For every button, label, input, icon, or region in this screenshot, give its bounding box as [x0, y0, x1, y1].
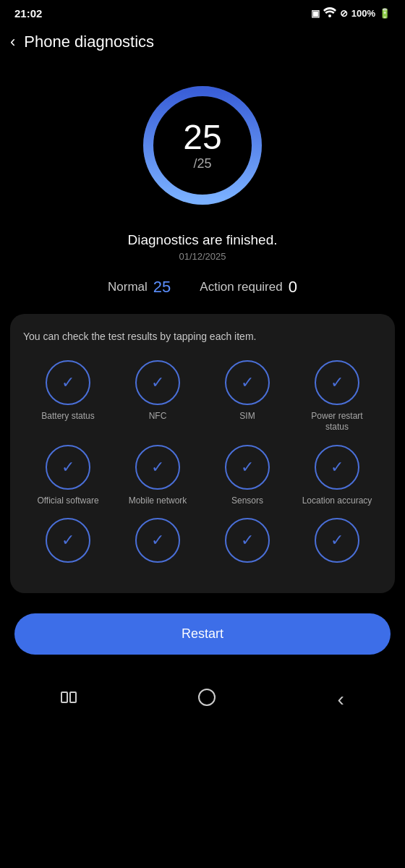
back-button[interactable]: ‹	[10, 33, 15, 51]
extra-item-3[interactable]: ✓	[211, 518, 284, 569]
circle-center: 25 /25	[183, 120, 221, 171]
nav-home-icon[interactable]	[198, 689, 216, 710]
nav-home-circle	[198, 689, 216, 706]
battery-percent: 100%	[351, 8, 375, 19]
sim-label: SIM	[239, 411, 255, 422]
location-accuracy-circle: ✓	[315, 445, 359, 490]
action-stat: Action required 0	[200, 278, 297, 297]
battery-status-circle: ✓	[46, 360, 90, 405]
sim-icon: ▣	[311, 8, 320, 19]
official-software-label: Official software	[37, 495, 98, 507]
extra-check-1: ✓	[61, 532, 74, 548]
circle-total: /25	[183, 156, 221, 171]
power-restart-check: ✓	[331, 375, 344, 391]
extra-circle-4: ✓	[315, 518, 359, 563]
official-software-circle: ✓	[46, 445, 90, 490]
location-accuracy-check: ✓	[331, 459, 344, 475]
extra-check-3: ✓	[241, 532, 254, 548]
location-accuracy-label: Location accuracy	[302, 495, 372, 507]
extra-item-1[interactable]: ✓	[32, 518, 104, 569]
sensors-label: Sensors	[231, 495, 263, 507]
official-software-item[interactable]: ✓ Official software	[32, 445, 104, 507]
svg-rect-2	[70, 692, 76, 702]
nav-back-icon[interactable]	[338, 688, 344, 711]
page-header: ‹ Phone diagnostics	[0, 24, 405, 59]
mobile-network-label: Mobile network	[129, 495, 187, 507]
normal-stat: Normal 25	[108, 278, 171, 297]
extra-check-4: ✓	[331, 532, 344, 548]
battery-status-item[interactable]: ✓ Battery status	[32, 360, 104, 422]
circle-wrapper: 25 /25	[137, 80, 268, 210]
status-time: 21:02	[14, 7, 42, 20]
diag-finished-label: Diagnostics are finished.	[0, 232, 405, 248]
nfc-circle: ✓	[135, 360, 180, 405]
action-value: 0	[289, 278, 297, 297]
battery-icon: 🔋	[379, 8, 391, 19]
extra-check-2: ✓	[151, 532, 164, 548]
extra-circle-3: ✓	[225, 518, 270, 563]
sim-item[interactable]: ✓ SIM	[211, 360, 284, 422]
nav-bar	[0, 676, 405, 726]
status-bar: 21:02 ▣ ⊘ 100% 🔋	[0, 0, 405, 24]
svg-rect-1	[61, 692, 67, 702]
extra-item-2[interactable]: ✓	[122, 518, 194, 569]
nfc-item[interactable]: ✓ NFC	[122, 360, 194, 422]
grid-row-1: ✓ Battery status ✓ NFC ✓ SIM ✓ Power res…	[23, 360, 382, 433]
stats-row: Normal 25 Action required 0	[0, 265, 405, 314]
diagnostics-text: Diagnostics are finished. 01/12/2025	[0, 225, 405, 265]
restart-container: Restart	[0, 593, 405, 669]
official-software-check: ✓	[61, 459, 74, 475]
status-icons: ▣ ⊘ 100% 🔋	[311, 7, 391, 20]
sensors-check: ✓	[241, 459, 254, 475]
location-accuracy-item[interactable]: ✓ Location accuracy	[301, 445, 373, 507]
normal-value: 25	[153, 278, 171, 297]
power-restart-label: Power restart status	[301, 411, 373, 433]
battery-status-check: ✓	[61, 375, 74, 391]
power-restart-item[interactable]: ✓ Power restart status	[301, 360, 373, 433]
nfc-check: ✓	[151, 375, 164, 391]
grid-row-3: ✓ ✓ ✓ ✓	[23, 518, 382, 569]
mobile-network-check: ✓	[151, 459, 164, 475]
sim-check: ✓	[241, 375, 254, 391]
alarm-icon: ⊘	[340, 8, 348, 19]
power-restart-circle: ✓	[315, 360, 359, 405]
normal-label: Normal	[108, 280, 148, 294]
nav-recent-icon[interactable]	[61, 690, 77, 709]
restart-button[interactable]: Restart	[14, 613, 391, 655]
page-title: Phone diagnostics	[24, 33, 154, 51]
sensors-item[interactable]: ✓ Sensors	[211, 445, 284, 507]
mobile-network-circle: ✓	[135, 445, 180, 490]
sim-circle: ✓	[225, 360, 270, 405]
extra-item-4[interactable]: ✓	[301, 518, 373, 569]
svg-point-0	[328, 14, 331, 17]
battery-status-label: Battery status	[41, 411, 94, 422]
diag-date: 01/12/2025	[0, 251, 405, 262]
wifi-icon	[323, 7, 336, 20]
nfc-label: NFC	[149, 411, 167, 422]
extra-circle-1: ✓	[46, 518, 90, 563]
results-card: You can check the test results by tappin…	[10, 314, 395, 593]
progress-circle-container: 25 /25	[0, 59, 405, 225]
grid-row-2: ✓ Official software ✓ Mobile network ✓ S…	[23, 445, 382, 507]
circle-value: 25	[183, 120, 221, 155]
action-label: Action required	[200, 280, 282, 294]
sensors-circle: ✓	[225, 445, 270, 490]
extra-circle-2: ✓	[135, 518, 180, 563]
mobile-network-item[interactable]: ✓ Mobile network	[122, 445, 194, 507]
card-hint: You can check the test results by tappin…	[23, 330, 382, 344]
